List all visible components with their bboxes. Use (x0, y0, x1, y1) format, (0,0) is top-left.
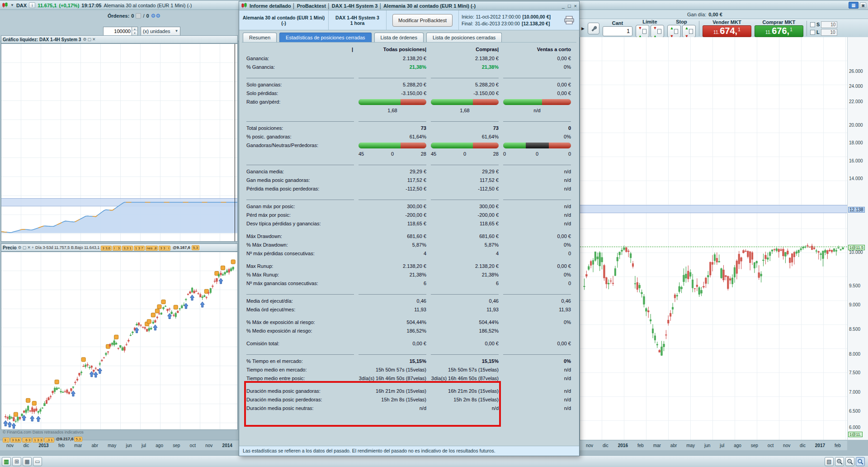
stat-row: % Máx de exposición al riesgo:504,44%504… (246, 318, 571, 327)
stat-value: 2.138,20 € (431, 54, 499, 63)
limit-sell-order-button[interactable]: ▼▲ (651, 25, 664, 38)
stat-value: 186,52% (359, 327, 426, 335)
section-divider (246, 76, 571, 81)
stop-checkbox[interactable] (810, 22, 815, 27)
chart-icon[interactable]: ▥ (2, 457, 11, 466)
printer-icon[interactable] (564, 16, 575, 25)
panel-icon[interactable]: ▣ (860, 2, 866, 8)
quantity-input[interactable] (104, 27, 132, 35)
stat-value: 504,44% (431, 318, 499, 327)
tab-estad-sticas-de-posiciones-cerradas[interactable]: Estadísticas de posiciones cerradas (279, 33, 371, 42)
stop-buy-order-button[interactable]: ▲▼ (667, 25, 681, 38)
stat-value: 73 (359, 124, 426, 133)
stat-value: 61,64% (359, 133, 426, 141)
stat-value: 2.138,20 € (359, 262, 426, 271)
order-settings-button[interactable] (588, 23, 599, 34)
stat-section: Duración media posic ganadoras:16h 21m 2… (246, 387, 571, 413)
right-candlestick-chart[interactable] (580, 37, 847, 440)
stat-section: Ganan máx por posic:300,00 €300,00 €n/dP… (246, 202, 571, 228)
dialog-titlebar[interactable]: Informe detallado │ ProBacktest │ DAX 1-… (239, 1, 579, 10)
minimize-button[interactable]: _ (562, 3, 565, 9)
foot-at-chip: 5,3 (74, 437, 82, 442)
stat-label: Duración media posic neutras: (246, 404, 354, 413)
limit-points-input[interactable] (821, 29, 837, 36)
stat-value: n/d (503, 404, 571, 413)
equity-curve-chart[interactable] (1, 43, 238, 242)
orders-count: 0 (131, 13, 134, 19)
label-column-header: | (246, 45, 354, 54)
stop-sell-order-button[interactable]: ▲▼ (682, 25, 696, 38)
left-candles-svg (1, 252, 237, 429)
stat-value: 2.138,20 € (359, 54, 426, 63)
stat-value: n/d (503, 374, 571, 383)
right-date-axis: novdic2016febmarabrmayjunjulagosepoctnov… (580, 440, 847, 450)
table-icon[interactable]: ▦ (23, 457, 32, 466)
stat-value: 15,15% (359, 357, 426, 366)
window-icon[interactable]: ▢ (87, 37, 91, 42)
collapse-arrow-icon[interactable]: ▶ (581, 26, 585, 31)
quantity-stepper[interactable]: ▴▾ (103, 27, 138, 36)
orders-icon[interactable] (136, 13, 141, 19)
modify-probacktest-button[interactable]: Modificar ProBacktest (392, 14, 453, 27)
stat-label: % Máx Drawdown: (246, 241, 354, 249)
stat-label: Nº máx pérdidas consecutivas: (246, 249, 354, 258)
close-icon[interactable]: ✕ (92, 37, 96, 42)
trading-platform-screen: ▼ DAX i 11.675,1 (+0,17%) 19:17:05 Alema… (0, 0, 868, 467)
tab-lista-de-rdenes[interactable]: Lista de órdenes (374, 33, 424, 42)
stat-row: Max Runup:2.138,20 €2.138,20 €0,00 € (246, 262, 571, 271)
order-quantity-input[interactable] (603, 26, 632, 36)
stat-row: Máx Drawdown:681,60 €681,60 €0,00 € (246, 232, 571, 241)
info-icon[interactable]: i (29, 2, 35, 8)
stat-label: Max Runup: (246, 262, 354, 271)
date-tick: 2017 (815, 443, 825, 448)
price-axis-label: 8.500 (849, 327, 860, 332)
tab-resumen[interactable]: Resumen (243, 33, 277, 42)
stop-points-input[interactable] (821, 21, 837, 28)
date-tick: jul (720, 443, 724, 448)
window-icon[interactable]: ▢ (23, 245, 27, 250)
limit-checkbox[interactable] (810, 30, 815, 35)
stat-value: 0,00 € (503, 89, 571, 98)
price-axis[interactable]: 26.00024.00022.00020.00018.00016.00014.0… (847, 37, 868, 440)
layers-icon[interactable]: ▧ (825, 457, 834, 466)
right-window-titlebar: ▦ ▣ (580, 1, 868, 10)
add-icon[interactable]: + (32, 245, 34, 250)
price-change: (+0,17%) (59, 3, 79, 8)
stat-value: n/d (503, 176, 571, 185)
buy-market-button[interactable]: 11.676,1 (755, 25, 803, 37)
price-axis-label: 9.500 (849, 283, 860, 288)
zoom-out-icon[interactable] (845, 457, 854, 466)
stat-value: 4 (431, 249, 499, 258)
monitor-icon[interactable]: ▭ (33, 457, 42, 466)
gear-icon[interactable]: ⚙⚙ (151, 13, 161, 19)
left-candlestick-chart[interactable] (1, 252, 238, 430)
zoom-in-icon[interactable] (835, 457, 844, 466)
date-tick: nov (205, 443, 212, 448)
stat-row: Solo pérdidas:-3.150,00 €-3.150,00 €0,00… (246, 89, 571, 98)
ohlc-info: Día 3-53d 11.757,5 B.Bajo 11.643,1 (35, 245, 99, 250)
search-icon[interactable] (856, 457, 865, 466)
equity-curve-svg (1, 44, 237, 241)
stat-value: 0% (503, 357, 571, 366)
symbol-label[interactable]: DAX (16, 3, 27, 8)
wrench-icon[interactable]: ⚙ (83, 37, 86, 42)
grid-view-icon[interactable]: ▦ (849, 2, 859, 9)
close-button[interactable]: × (574, 3, 577, 9)
spin-arrows[interactable]: ▴▾ (132, 27, 137, 35)
order-entry-bar: ▶ Cant Límite ▼▲ ▼▲ Stop ▲▼ ▲▼ (580, 19, 868, 38)
sell-market-button[interactable]: 11.674,1 (703, 25, 751, 37)
new-chart-icon[interactable]: ⊞ (12, 457, 21, 466)
stat-value: 16h 21m 20s (15velas) (431, 387, 499, 396)
close-icon[interactable]: ✕ (27, 245, 31, 250)
symbol-dropdown-arrow[interactable]: ▼ (10, 3, 14, 7)
stat-value: 0,00 € (503, 232, 571, 241)
stat-label: Gan media posic ganadoras: (246, 176, 354, 185)
stat-section: Ganancia:2.138,20 €2.138,20 €0,00 €% Gan… (246, 54, 571, 71)
units-dropdown[interactable]: (x) unidades ▼ (141, 27, 180, 36)
limit-buy-order-button[interactable]: ▼▲ (636, 25, 649, 38)
tab-lista-de-posiciones-cerradas[interactable]: Lista de posiciones cerradas (426, 33, 502, 42)
stat-value: 11,93 (431, 305, 499, 314)
wrench-icon[interactable]: ⚙ (18, 245, 22, 250)
stat-value: 3día(s) 16h 46m 50s (87velas) (431, 374, 499, 383)
maximize-button[interactable]: □ (568, 3, 571, 9)
